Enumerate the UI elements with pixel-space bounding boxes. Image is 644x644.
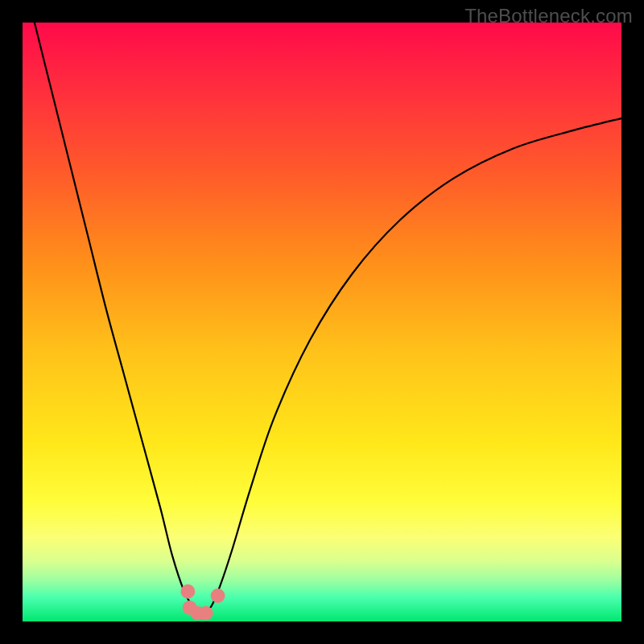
- left-dot-upper: [180, 584, 195, 599]
- bottom-dot-2: [199, 606, 213, 621]
- right-dot: [211, 588, 225, 603]
- curve-markers: [180, 584, 225, 621]
- watermark-text: TheBottleneck.com: [464, 5, 633, 27]
- curve-layer: [23, 23, 621, 621]
- plot-area: [23, 23, 621, 621]
- bottleneck-curve: [35, 23, 621, 613]
